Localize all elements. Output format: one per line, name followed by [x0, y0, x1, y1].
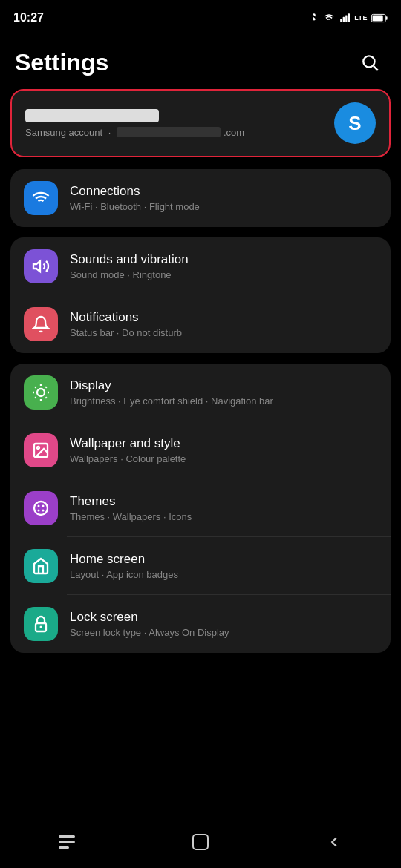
- connections-icon-wrap: [24, 181, 58, 215]
- svg-point-21: [34, 502, 48, 515]
- account-email: Samsung account · .com: [25, 127, 334, 138]
- notifications-icon-wrap: [24, 307, 58, 341]
- themes-icon-wrap: [24, 491, 58, 525]
- svg-point-20: [37, 447, 39, 449]
- connections-text: Connections Wi-Fi · Bluetooth · Flight m…: [70, 184, 377, 212]
- lockscreen-text: Lock screen Screen lock type · Always On…: [70, 610, 377, 638]
- image-icon: [32, 441, 50, 459]
- signal-icon: [339, 13, 351, 23]
- svg-rect-1: [343, 17, 345, 22]
- svg-line-17: [35, 397, 36, 398]
- wallpaper-icon-wrap: [24, 433, 58, 467]
- account-email-blur: [117, 127, 221, 137]
- status-icons: LTE: [309, 13, 388, 23]
- lte-badge: LTE: [354, 14, 368, 22]
- svg-marker-9: [33, 261, 40, 272]
- settings-item-notifications[interactable]: Notifications Status bar · Do not distur…: [10, 295, 391, 353]
- settings-item-lockscreen[interactable]: Lock screen Screen lock type · Always On…: [10, 595, 391, 653]
- svg-point-22: [38, 505, 40, 507]
- settings-group-sound-notifications: Sounds and vibration Sound mode · Ringto…: [10, 237, 391, 353]
- back-icon: [326, 834, 342, 850]
- svg-line-8: [374, 66, 378, 70]
- mute-icon: [309, 13, 319, 23]
- account-name-blur: [25, 109, 159, 122]
- lockscreen-icon-wrap: [24, 607, 58, 641]
- home-icon-nav: [192, 834, 209, 850]
- notifications-text: Notifications Status bar · Do not distur…: [70, 310, 377, 338]
- homescreen-icon-wrap: [24, 549, 58, 583]
- account-info: Samsung account · .com: [25, 109, 334, 138]
- connections-subtitle: Wi-Fi · Bluetooth · Flight mode: [70, 201, 377, 212]
- settings-item-display[interactable]: Display Brightness · Eye comfort shield …: [10, 364, 391, 421]
- battery-icon: [371, 13, 388, 23]
- homescreen-title: Home screen: [70, 552, 377, 567]
- display-icon-wrap: [24, 375, 58, 410]
- wifi-icon: [323, 13, 335, 23]
- sun-icon: [32, 384, 50, 401]
- svg-point-24: [38, 510, 40, 512]
- bottom-navigation: [0, 821, 401, 868]
- account-avatar: S: [334, 102, 376, 144]
- themes-text: Themes Themes · Wallpapers · Icons: [70, 494, 377, 522]
- sounds-icon-wrap: [24, 249, 58, 283]
- account-email-suffix: .com: [224, 127, 244, 138]
- account-card[interactable]: Samsung account · .com S: [10, 89, 391, 157]
- settings-item-themes[interactable]: Themes Themes · Wallpapers · Icons: [10, 479, 391, 537]
- recent-apps-icon: [59, 835, 75, 849]
- account-email-prefix: Samsung account: [25, 127, 102, 138]
- status-bar: 10:27 LTE: [0, 0, 401, 33]
- home-icon: [32, 557, 50, 575]
- svg-rect-6: [386, 16, 388, 20]
- display-subtitle: Brightness · Eye comfort shield · Naviga…: [70, 395, 377, 407]
- settings-item-homescreen[interactable]: Home screen Layout · App icon badges: [10, 537, 391, 595]
- svg-point-7: [363, 56, 374, 67]
- svg-line-18: [45, 387, 46, 387]
- search-button[interactable]: [353, 46, 386, 79]
- themes-subtitle: Themes · Wallpapers · Icons: [70, 511, 377, 522]
- settings-group-display: Display Brightness · Eye comfort shield …: [10, 364, 391, 653]
- svg-line-13: [35, 387, 36, 387]
- settings-item-connections[interactable]: Connections Wi-Fi · Bluetooth · Flight m…: [10, 169, 391, 227]
- connections-title: Connections: [70, 184, 377, 199]
- bell-icon: [32, 315, 50, 333]
- volume-icon: [32, 257, 50, 275]
- display-title: Display: [70, 378, 377, 393]
- svg-rect-5: [373, 15, 383, 21]
- svg-point-25: [42, 510, 45, 512]
- homescreen-text: Home screen Layout · App icon badges: [70, 552, 377, 580]
- sounds-title: Sounds and vibration: [70, 252, 377, 267]
- search-icon: [360, 53, 379, 72]
- back-button[interactable]: [312, 826, 356, 858]
- sounds-subtitle: Sound mode · Ringtone: [70, 269, 377, 280]
- wallpaper-subtitle: Wallpapers · Colour palette: [70, 453, 377, 464]
- display-text: Display Brightness · Eye comfort shield …: [70, 378, 377, 407]
- svg-rect-0: [340, 19, 342, 22]
- notifications-subtitle: Status bar · Do not disturb: [70, 327, 377, 338]
- homescreen-subtitle: Layout · App icon badges: [70, 569, 377, 580]
- home-button[interactable]: [178, 826, 223, 858]
- settings-item-sounds[interactable]: Sounds and vibration Sound mode · Ringto…: [10, 237, 391, 295]
- svg-line-14: [45, 397, 46, 398]
- settings-item-wallpaper[interactable]: Wallpaper and style Wallpapers · Colour …: [10, 421, 391, 479]
- header: Settings: [0, 33, 401, 89]
- svg-rect-2: [345, 16, 347, 22]
- lockscreen-title: Lock screen: [70, 610, 377, 625]
- page-title: Settings: [15, 49, 108, 76]
- svg-rect-3: [348, 13, 350, 22]
- status-time: 10:27: [13, 11, 44, 24]
- lockscreen-subtitle: Screen lock type · Always On Display: [70, 627, 377, 638]
- avatar-letter: S: [348, 112, 361, 135]
- themes-title: Themes: [70, 494, 377, 509]
- wallpaper-text: Wallpaper and style Wallpapers · Colour …: [70, 436, 377, 464]
- svg-point-10: [37, 389, 45, 396]
- sounds-text: Sounds and vibration Sound mode · Ringto…: [70, 252, 377, 280]
- wifi-settings-icon: [32, 189, 50, 207]
- settings-group-connections: Connections Wi-Fi · Bluetooth · Flight m…: [10, 169, 391, 227]
- palette-icon: [32, 499, 50, 517]
- wallpaper-title: Wallpaper and style: [70, 436, 377, 451]
- svg-point-27: [40, 626, 42, 628]
- svg-point-23: [42, 505, 45, 507]
- notifications-title: Notifications: [70, 310, 377, 325]
- lock-icon: [32, 615, 50, 633]
- recent-apps-button[interactable]: [45, 826, 89, 858]
